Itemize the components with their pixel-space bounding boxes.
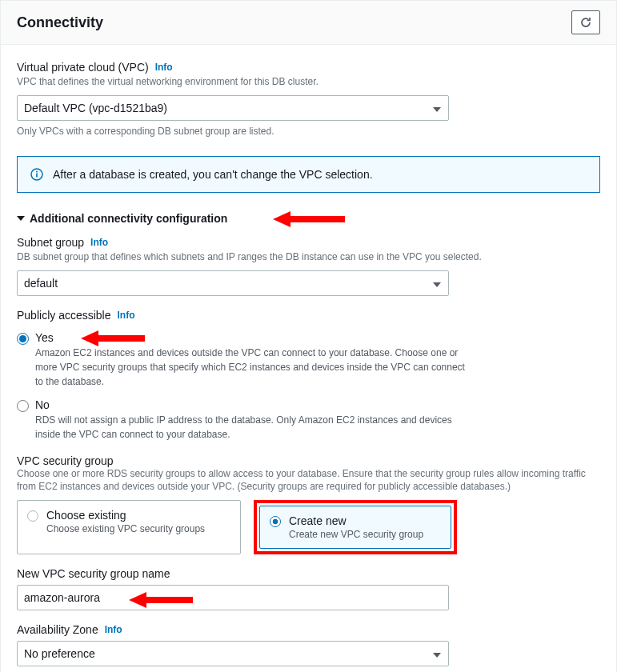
sg-existing-radio[interactable] xyxy=(27,510,38,522)
subnet-select-value: default xyxy=(24,277,58,290)
connectivity-panel: Connectivity Virtual private cloud (VPC)… xyxy=(0,0,617,672)
panel-title: Connectivity xyxy=(17,14,103,31)
subnet-label: Subnet group xyxy=(17,236,84,249)
vpc-hint: VPC that defines the virtual networking … xyxy=(17,75,600,89)
subnet-hint: DB subnet group that defines which subne… xyxy=(17,250,600,264)
vpc-info-link[interactable]: Info xyxy=(155,62,173,73)
sg-label: VPC security group xyxy=(17,454,600,467)
public-yes-radio[interactable] xyxy=(17,333,29,345)
refresh-button[interactable] xyxy=(571,10,600,34)
sg-create-desc: Create new VPC security group xyxy=(289,529,423,540)
newsg-label: New VPC security group name xyxy=(17,567,600,580)
vpc-label: Virtual private cloud (VPC) xyxy=(17,61,149,74)
sg-existing-desc: Choose existing VPC security groups xyxy=(46,523,205,534)
public-label: Publicly accessible xyxy=(17,309,111,322)
vpc-alert: After a database is created, you can't c… xyxy=(17,156,600,193)
sg-choose-existing-card[interactable]: Choose existing Choose existing VPC secu… xyxy=(17,500,241,554)
vpc-note: Only VPCs with a corresponding DB subnet… xyxy=(17,126,600,137)
subnet-select[interactable]: default xyxy=(17,270,449,296)
subnet-info-link[interactable]: Info xyxy=(90,237,108,248)
svg-marker-4 xyxy=(273,211,290,227)
public-no-desc: RDS will not assign a public IP address … xyxy=(35,413,467,442)
public-yes-label: Yes xyxy=(35,331,600,344)
svg-point-1 xyxy=(36,170,38,172)
vpc-section: Virtual private cloud (VPC) Info VPC tha… xyxy=(17,61,600,193)
sg-create-radio[interactable] xyxy=(270,516,281,527)
public-section: Publicly accessible Info Yes Amazon EC2 … xyxy=(17,309,600,442)
subnet-section: Subnet group Info DB subnet group that d… xyxy=(17,236,600,296)
public-info-link[interactable]: Info xyxy=(118,310,135,321)
panel-header: Connectivity xyxy=(1,1,616,45)
additional-config-toggle[interactable]: Additional connectivity configuration xyxy=(17,212,600,225)
panel-body: Virtual private cloud (VPC) Info VPC tha… xyxy=(1,45,616,672)
sg-existing-title: Choose existing xyxy=(46,509,205,522)
az-select-value: No preference xyxy=(24,647,95,660)
annotation-highlight: Create new Create new VPC security group xyxy=(254,500,457,554)
info-icon xyxy=(30,168,43,181)
vpc-select-value: Default VPC (vpc-d1521ba9) xyxy=(24,102,167,114)
az-select[interactable]: No preference xyxy=(17,641,449,666)
sg-create-new-card[interactable]: Create new Create new VPC security group xyxy=(259,506,451,549)
newsg-section: New VPC security group name xyxy=(17,567,600,610)
public-yes-desc: Amazon EC2 instances and devices outside… xyxy=(35,346,467,389)
public-no-label: No xyxy=(35,398,600,411)
sg-hint: Choose one or more RDS security groups t… xyxy=(17,467,593,494)
sg-create-title: Create new xyxy=(289,514,423,527)
additional-config-title: Additional connectivity configuration xyxy=(30,212,227,225)
public-yes-option[interactable]: Yes Amazon EC2 instances and devices out… xyxy=(17,331,600,389)
public-no-radio[interactable] xyxy=(17,400,29,412)
annotation-arrow-icon xyxy=(273,209,345,230)
svg-rect-2 xyxy=(36,173,38,177)
sg-section: VPC security group Choose one or more RD… xyxy=(17,454,600,555)
newsg-input[interactable] xyxy=(17,585,449,610)
refresh-icon xyxy=(579,16,592,29)
az-section: Availability Zone Info No preference xyxy=(17,623,600,666)
vpc-select[interactable]: Default VPC (vpc-d1521ba9) xyxy=(17,95,449,121)
caret-down-icon xyxy=(17,212,25,225)
az-label: Availability Zone xyxy=(17,623,98,636)
az-info-link[interactable]: Info xyxy=(105,624,122,635)
vpc-alert-text: After a database is created, you can't c… xyxy=(53,168,373,181)
public-no-option[interactable]: No RDS will not assign a public IP addre… xyxy=(17,398,600,442)
